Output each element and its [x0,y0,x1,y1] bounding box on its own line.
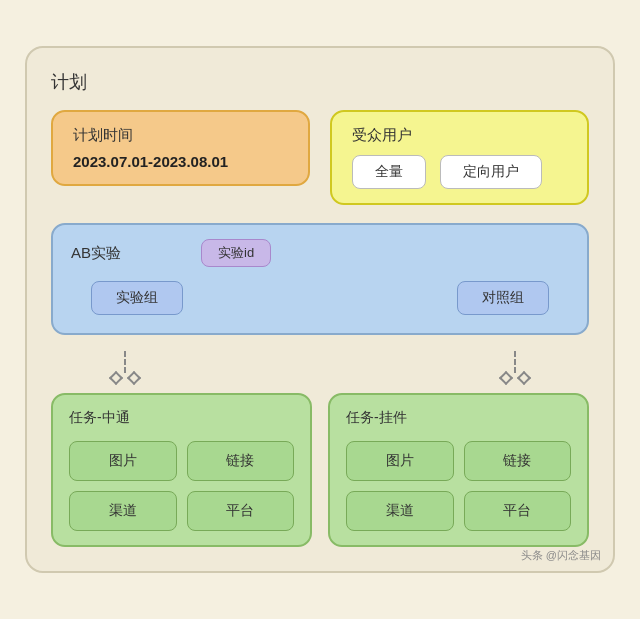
task-item-1-0[interactable]: 图片 [346,441,454,481]
plan-title: 计划 [51,70,589,94]
plan-time-label: 计划时间 [73,126,288,145]
task-item-0-2[interactable]: 渠道 [69,491,177,531]
audience-box: 受众用户 全量 定向用户 [330,110,589,205]
ab-control-group[interactable]: 对照组 [457,281,549,315]
plan-time-box: 计划时间 2023.07.01-2023.08.01 [51,110,310,186]
audience-btn-all[interactable]: 全量 [352,155,426,189]
ab-experiment-group[interactable]: 实验组 [91,281,183,315]
task-item-1-1[interactable]: 链接 [464,441,572,481]
arrows-row [51,351,589,383]
task-item-0-3[interactable]: 平台 [187,491,295,531]
ab-experiment-id[interactable]: 实验id [201,239,271,267]
task-item-1-2[interactable]: 渠道 [346,491,454,531]
top-row: 计划时间 2023.07.01-2023.08.01 受众用户 全量 定向用户 [51,110,589,205]
arrow-right [501,351,529,383]
plan-time-value: 2023.07.01-2023.08.01 [73,153,288,170]
dashed-line-left [124,351,126,373]
audience-label: 受众用户 [352,126,567,145]
task-item-0-1[interactable]: 链接 [187,441,295,481]
task-item-1-3[interactable]: 平台 [464,491,572,531]
tasks-row: 任务-中通 图片 链接 渠道 平台 任务-挂件 图片 链接 渠道 平台 [51,393,589,547]
ab-title: AB实验 [71,244,121,263]
watermark: 头条 @闪念基因 [521,548,601,563]
task-box-1: 任务-挂件 图片 链接 渠道 平台 [328,393,589,547]
audience-buttons: 全量 定向用户 [352,155,567,189]
ab-groups: 实验组 对照组 [71,281,569,315]
task-title-1: 任务-挂件 [346,409,571,427]
dashed-arrow-left [111,351,139,383]
arrow-left [111,351,139,383]
task-item-0-0[interactable]: 图片 [69,441,177,481]
main-container: 计划 计划时间 2023.07.01-2023.08.01 受众用户 全量 定向… [25,46,615,573]
task-grid-1: 图片 链接 渠道 平台 [346,441,571,531]
task-title-0: 任务-中通 [69,409,294,427]
dashed-arrow-right [501,351,529,383]
task-box-0: 任务-中通 图片 链接 渠道 平台 [51,393,312,547]
dashed-line-right [514,351,516,373]
audience-btn-directed[interactable]: 定向用户 [440,155,542,189]
task-grid-0: 图片 链接 渠道 平台 [69,441,294,531]
ab-section: AB实验 实验id 实验组 对照组 [51,223,589,335]
ab-header: AB实验 实验id [71,239,569,267]
